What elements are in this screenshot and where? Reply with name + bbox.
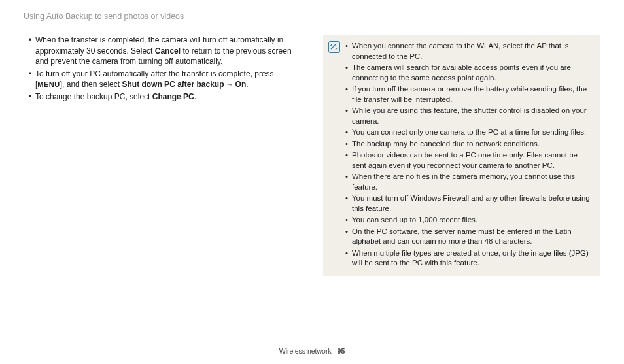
text: When multiple file types are created at … xyxy=(352,249,589,267)
note-list: When you connect the camera to the WLAN,… xyxy=(345,41,591,269)
list-item: You can send up to 1,000 recent files. xyxy=(345,215,591,225)
text: When you connect the camera to the WLAN,… xyxy=(352,42,569,60)
list-item: When you connect the camera to the WLAN,… xyxy=(345,41,591,61)
text: When there are no files in the camera me… xyxy=(352,173,575,191)
page-number: 95 xyxy=(338,347,345,355)
text: You can send up to 1,000 recent files. xyxy=(352,216,477,223)
page: Using Auto Backup to send photos or vide… xyxy=(0,0,624,364)
bold-text: Shut down PC after backup xyxy=(122,80,224,89)
list-item: The backup may be canceled due to networ… xyxy=(345,139,591,150)
list-item: The camera will search for available acc… xyxy=(345,63,591,83)
list-item: When multiple file types are created at … xyxy=(345,248,591,269)
text: If you turn off the camera or remove the… xyxy=(352,85,587,103)
list-item: To change the backup PC, select Change P… xyxy=(29,91,305,103)
header-divider xyxy=(24,25,600,25)
list-item: When there are no files in the camera me… xyxy=(345,172,591,192)
text: You can connect only one camera to the P… xyxy=(352,128,586,136)
menu-glyph: MENU xyxy=(37,80,60,88)
list-item: On the PC software, the server name must… xyxy=(345,227,591,247)
list-item: While you are using this feature, the sh… xyxy=(345,106,591,126)
text: The backup may be canceled due to networ… xyxy=(352,140,540,148)
list-item: To turn off your PC automatically after … xyxy=(29,69,305,90)
text: To change the backup PC, select xyxy=(35,92,152,101)
list-item: If you turn off the camera or remove the… xyxy=(345,84,591,105)
list-item: Photos or videos can be sent to a PC one… xyxy=(345,150,591,171)
main-list: When the transfer is completed, the came… xyxy=(24,35,305,102)
arrow-icon: → xyxy=(224,80,235,88)
footer-section: Wireless network xyxy=(279,347,332,355)
note-icon xyxy=(328,41,340,53)
left-column: When the transfer is completed, the came… xyxy=(24,35,305,103)
list-item: You must turn off Windows Firewall and a… xyxy=(345,193,591,214)
page-header: Using Auto Backup to send photos or vide… xyxy=(24,12,600,25)
text: You must turn off Windows Firewall and a… xyxy=(352,194,590,212)
right-column: When you connect the camera to the WLAN,… xyxy=(323,35,600,276)
text: . xyxy=(194,92,196,101)
list-item: When the transfer is completed, the came… xyxy=(29,35,305,67)
text: While you are using this feature, the sh… xyxy=(352,107,587,125)
bold-text: Cancel xyxy=(155,46,181,56)
text: The camera will search for available acc… xyxy=(352,63,571,82)
list-item: You can connect only one camera to the P… xyxy=(345,127,591,138)
content-columns: When the transfer is completed, the came… xyxy=(24,35,600,276)
bold-text: Change PC xyxy=(152,92,194,101)
text: . xyxy=(246,80,248,89)
note-box: When you connect the camera to the WLAN,… xyxy=(323,35,600,276)
header-title: Using Auto Backup to send photos or vide… xyxy=(24,12,184,21)
text: ], and then select xyxy=(60,80,122,89)
text: On the PC software, the server name must… xyxy=(352,227,572,246)
page-footer: Wireless network 95 xyxy=(0,347,624,355)
bold-text: On xyxy=(235,80,247,89)
text: Photos or videos can be sent to a PC one… xyxy=(352,151,578,169)
